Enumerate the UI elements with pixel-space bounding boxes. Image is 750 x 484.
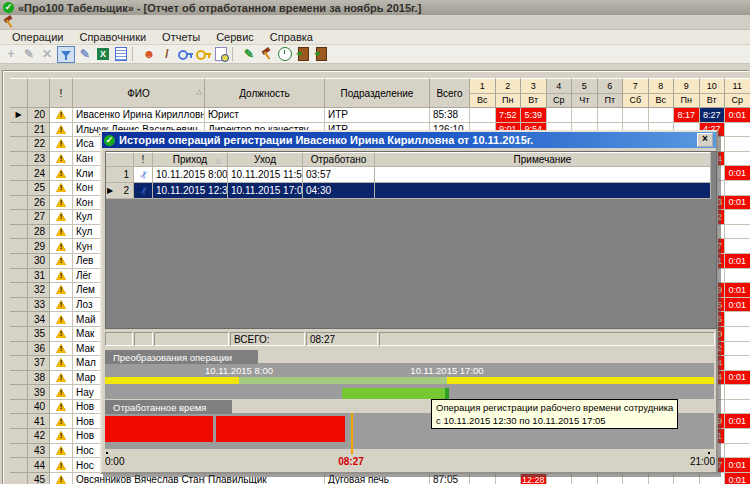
history-note-cell[interactable]	[375, 183, 711, 199]
hammer-icon[interactable]	[3, 16, 16, 28]
clear-icon[interactable]: ✎	[77, 46, 93, 62]
warning-cell[interactable]	[50, 385, 73, 400]
column-header-num[interactable]	[28, 78, 50, 108]
day-cell[interactable]	[674, 473, 700, 484]
column-header-day-11[interactable]: 11Ср	[725, 78, 750, 108]
warning-cell[interactable]	[50, 400, 73, 415]
warning-cell[interactable]	[50, 342, 73, 357]
day-cell[interactable]	[470, 108, 496, 123]
day-cell[interactable]	[572, 108, 598, 123]
warning-cell[interactable]	[50, 181, 73, 196]
tools-hammer-icon[interactable]	[259, 46, 275, 62]
day-cell[interactable]: 8:27	[700, 108, 726, 123]
time-marker[interactable]	[351, 413, 353, 454]
day-cell[interactable]	[598, 473, 624, 484]
history-in-cell[interactable]: 10.11.2015 8:00	[153, 167, 228, 183]
day-cell[interactable]: 5:39	[521, 108, 547, 123]
excel-export-icon[interactable]: X	[95, 46, 111, 62]
history-in-cell[interactable]: 10.11.2015 12:30	[153, 183, 228, 199]
day-cell[interactable]	[725, 210, 750, 225]
warning-cell[interactable]	[50, 254, 73, 269]
position-cell[interactable]: Плавильщик	[205, 473, 325, 484]
day-cell[interactable]	[547, 108, 573, 123]
warning-cell[interactable]	[50, 137, 73, 152]
warning-cell[interactable]	[50, 312, 73, 327]
column-header-day-6[interactable]: 6Пт	[598, 78, 624, 108]
history-note-cell[interactable]	[375, 167, 711, 183]
history-column-header-note[interactable]: Примечание	[375, 152, 711, 167]
day-cell[interactable]	[547, 473, 573, 484]
day-cell[interactable]: 0:01	[725, 414, 750, 429]
delete-icon[interactable]: ✕	[39, 46, 55, 62]
column-header-day-4[interactable]: 4Ср	[547, 78, 573, 108]
day-cell[interactable]	[725, 152, 750, 167]
table-row[interactable]: 45Овсянников Вячеслав Станиславов...Плав…	[10, 473, 750, 484]
position-cell[interactable]: Юрист	[205, 108, 325, 123]
day-cell[interactable]	[496, 473, 522, 484]
day-cell[interactable]	[725, 123, 750, 138]
total-cell[interactable]: 85:38	[430, 108, 470, 123]
warning-cell[interactable]	[50, 444, 73, 459]
column-header-dept[interactable]: Подразделение	[325, 78, 430, 108]
column-header-day-10[interactable]: 10Вт	[700, 78, 726, 108]
column-header-total[interactable]: Всего	[430, 78, 470, 108]
history-out-cell[interactable]: 10.11.2015 11:57	[228, 167, 303, 183]
column-header-post[interactable]: Должность	[205, 78, 325, 108]
warning-cell[interactable]	[50, 108, 73, 123]
day-cell[interactable]: 0:01	[725, 283, 750, 298]
warning-cell[interactable]	[50, 473, 73, 484]
employees-icon[interactable]: ☻	[141, 46, 157, 62]
warning-cell[interactable]	[50, 429, 73, 444]
day-cell[interactable]	[572, 473, 598, 484]
day-cell[interactable]	[725, 342, 750, 357]
day-cell[interactable]	[725, 429, 750, 444]
logout-icon[interactable]: ◄	[313, 46, 329, 62]
menu-item-help[interactable]: Справка	[262, 31, 321, 43]
day-cell[interactable]	[598, 108, 624, 123]
filter-icon[interactable]	[57, 46, 75, 63]
warning-cell[interactable]	[50, 283, 73, 298]
warning-cell[interactable]	[50, 225, 73, 240]
day-cell[interactable]	[725, 400, 750, 415]
report-icon[interactable]	[113, 46, 129, 62]
warning-cell[interactable]	[50, 239, 73, 254]
column-header-fio[interactable]: ФИО△	[73, 78, 205, 108]
close-icon[interactable]: ×	[697, 133, 713, 147]
history-row[interactable]: ▶2✂10.11.2015 12:3010.11.2015 17:0004:30	[106, 183, 716, 199]
warning-cell[interactable]	[50, 356, 73, 371]
history-worked-cell[interactable]: 04:30	[303, 183, 375, 199]
column-header-day-3[interactable]: 3Вт	[521, 78, 547, 108]
clock-icon[interactable]	[277, 46, 293, 62]
menu-item-reports[interactable]: Отчеты	[154, 31, 208, 43]
table-row[interactable]: ▶20Ивасенко Ирина КирилловнаЮристИТР85:3…	[10, 108, 750, 123]
column-header-day-2[interactable]: 2Пн	[496, 78, 522, 108]
day-cell[interactable]	[725, 225, 750, 240]
day-cell[interactable]	[725, 385, 750, 400]
column-header-day-7[interactable]: 7Сб	[623, 78, 649, 108]
history-out-cell[interactable]: 10.11.2015 17:00	[228, 183, 303, 199]
menu-item-operations[interactable]: Операции	[4, 31, 71, 43]
column-header-day-5[interactable]: 5Чт	[572, 78, 598, 108]
day-cell[interactable]: 0:01	[725, 458, 750, 473]
day-cell[interactable]: 8:17	[674, 108, 700, 123]
key-blue-icon[interactable]	[177, 46, 193, 62]
day-cell[interactable]: 0:01	[725, 473, 750, 484]
department-cell[interactable]: Дуговая печь	[325, 473, 430, 484]
exit-icon[interactable]: ◄	[295, 46, 311, 62]
column-header-ind[interactable]	[10, 78, 28, 108]
whip-icon[interactable]: /	[159, 46, 175, 62]
edit-card-icon[interactable]: ✎	[241, 46, 257, 62]
employee-name-cell[interactable]: Ивасенко Ирина Кирилловна	[73, 108, 205, 123]
employee-name-cell[interactable]: Овсянников Вячеслав Станиславов...	[73, 473, 205, 484]
day-cell[interactable]	[725, 444, 750, 459]
column-header-day-1[interactable]: 1Вс	[470, 78, 496, 108]
warning-cell[interactable]	[50, 458, 73, 473]
preview-icon[interactable]	[213, 46, 229, 62]
warning-cell[interactable]	[50, 123, 73, 138]
warning-cell[interactable]	[50, 327, 73, 342]
add-icon[interactable]: +	[3, 46, 19, 62]
history-column-header-in[interactable]: Приход△	[153, 152, 228, 167]
warning-cell[interactable]	[50, 298, 73, 313]
warning-cell[interactable]	[50, 210, 73, 225]
day-cell[interactable]: 7:52	[496, 108, 522, 123]
